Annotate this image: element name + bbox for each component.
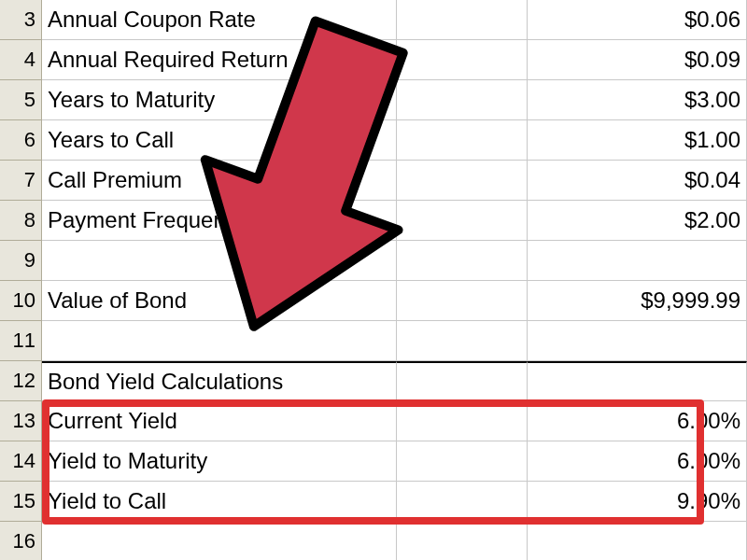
- cell-label[interactable]: Yield to Maturity: [42, 441, 397, 482]
- cell-value[interactable]: [528, 241, 747, 281]
- cell-value[interactable]: $0.09: [528, 40, 747, 80]
- row-header[interactable]: 12: [0, 361, 42, 401]
- row-header[interactable]: 9: [0, 241, 42, 281]
- row-header[interactable]: 13: [0, 401, 42, 441]
- cell-empty[interactable]: [397, 80, 528, 120]
- cell-label[interactable]: Annual Coupon Rate: [42, 0, 397, 40]
- cell-value[interactable]: 6.00%: [528, 401, 747, 441]
- cell-empty[interactable]: [397, 441, 528, 482]
- cell-value[interactable]: $2.00: [528, 201, 747, 241]
- row-header[interactable]: 11: [0, 321, 42, 361]
- cell-value[interactable]: [528, 321, 747, 361]
- spreadsheet-grid: 3 Annual Coupon Rate $0.06 4 Annual Requ…: [0, 0, 747, 560]
- row-header[interactable]: 5: [0, 80, 42, 120]
- row-header[interactable]: 10: [0, 281, 42, 321]
- cell-label[interactable]: Years to Call: [42, 120, 397, 161]
- cell-empty[interactable]: [397, 161, 528, 201]
- cell-empty[interactable]: [397, 361, 528, 401]
- cell-label[interactable]: Years to Maturity: [42, 80, 397, 120]
- cell-empty[interactable]: [397, 281, 528, 321]
- row-header[interactable]: 16: [0, 522, 42, 560]
- cell-value[interactable]: [528, 522, 747, 560]
- cell-label[interactable]: Annual Required Return: [42, 40, 397, 80]
- cell-label[interactable]: Call Premium: [42, 161, 397, 201]
- row-header[interactable]: 3: [0, 0, 42, 40]
- cell-empty[interactable]: [397, 401, 528, 441]
- cell-empty[interactable]: [397, 482, 528, 522]
- cell-empty[interactable]: [397, 321, 528, 361]
- cell-label[interactable]: [42, 321, 397, 361]
- cell-label[interactable]: [42, 522, 397, 560]
- cell-empty[interactable]: [397, 201, 528, 241]
- cell-value[interactable]: 6.00%: [528, 441, 747, 482]
- cell-empty[interactable]: [397, 0, 528, 40]
- cell-value[interactable]: $3.00: [528, 80, 747, 120]
- cell-label[interactable]: Value of Bond: [42, 281, 397, 321]
- row-header[interactable]: 15: [0, 482, 42, 522]
- row-header[interactable]: 14: [0, 441, 42, 482]
- cell-value[interactable]: $1.00: [528, 120, 747, 161]
- row-header[interactable]: 7: [0, 161, 42, 201]
- cell-value[interactable]: [528, 361, 747, 401]
- cell-empty[interactable]: [397, 241, 528, 281]
- cell-label[interactable]: [42, 241, 397, 281]
- cell-value[interactable]: 9.90%: [528, 482, 747, 522]
- cell-label[interactable]: Yield to Call: [42, 482, 397, 522]
- cell-empty[interactable]: [397, 40, 528, 80]
- cell-value[interactable]: $0.06: [528, 0, 747, 40]
- cell-empty[interactable]: [397, 120, 528, 161]
- cell-empty[interactable]: [397, 522, 528, 560]
- cell-value[interactable]: $0.04: [528, 161, 747, 201]
- row-header[interactable]: 6: [0, 120, 42, 161]
- cell-label[interactable]: Payment Frequency: [42, 201, 397, 241]
- cell-label[interactable]: Current Yield: [42, 401, 397, 441]
- cell-value[interactable]: $9,999.99: [528, 281, 747, 321]
- section-header[interactable]: Bond Yield Calculations: [42, 361, 397, 401]
- row-header[interactable]: 4: [0, 40, 42, 80]
- row-header[interactable]: 8: [0, 201, 42, 241]
